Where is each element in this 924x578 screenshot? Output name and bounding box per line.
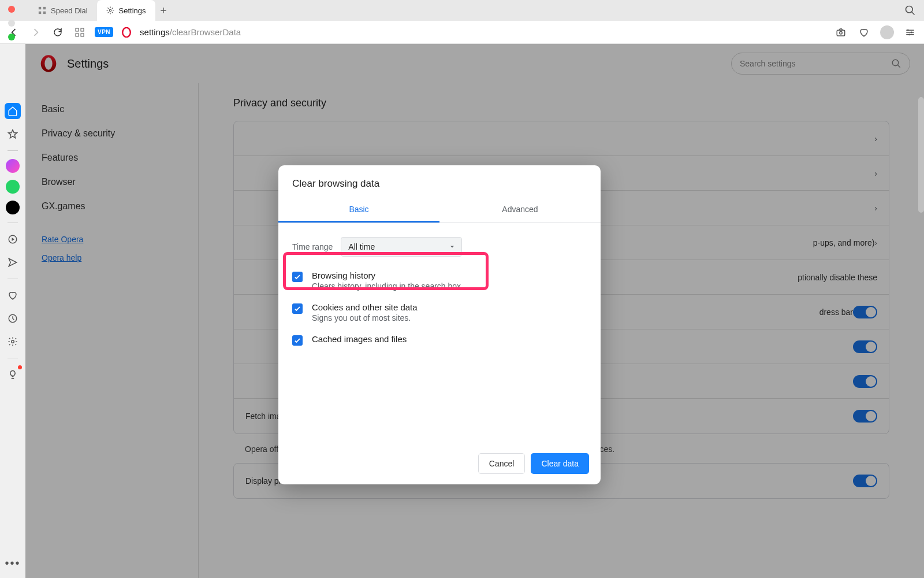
tiktok-icon[interactable]	[6, 201, 20, 214]
cancel-button[interactable]: Cancel	[478, 453, 526, 474]
history-clock-icon[interactable]	[5, 310, 21, 327]
svg-rect-0	[39, 7, 41, 9]
easy-setup-icon[interactable]	[903, 25, 917, 39]
vpn-badge[interactable]: VPN	[95, 27, 113, 37]
sidebar-separator	[8, 358, 18, 358]
time-range-select[interactable]: All time	[341, 237, 462, 257]
traffic-min[interactable]	[8, 20, 15, 27]
whatsapp-icon[interactable]	[6, 180, 20, 194]
option-cookies[interactable]: Cookies and other site data Signs you ou…	[292, 297, 587, 328]
svg-rect-3	[43, 12, 46, 14]
option-title: Browsing history	[312, 271, 461, 280]
snapshot-icon[interactable]	[834, 25, 848, 39]
messenger-icon[interactable]	[6, 159, 20, 173]
tab-advanced[interactable]: Advanced	[439, 198, 601, 223]
svg-point-5	[906, 6, 913, 13]
chevron-down-icon	[449, 243, 456, 250]
address-bar: VPN settings/clearBrowserData	[0, 21, 924, 44]
vertical-sidebar: •••	[0, 44, 25, 578]
heart-icon[interactable]	[857, 25, 871, 39]
url-host: settings	[140, 27, 170, 37]
svg-rect-8	[76, 34, 79, 36]
dialog-tabs: Basic Advanced	[278, 198, 601, 223]
bookmarks-star-icon[interactable]	[5, 126, 21, 142]
player-icon[interactable]	[5, 231, 21, 247]
svg-rect-6	[76, 28, 79, 31]
svg-point-10	[122, 27, 131, 37]
svg-point-4	[109, 9, 111, 12]
tab-basic[interactable]: Basic	[278, 198, 439, 223]
send-icon[interactable]	[5, 254, 21, 271]
forward-button[interactable]	[29, 25, 43, 39]
grid-icon	[38, 6, 46, 14]
reload-button[interactable]	[51, 25, 65, 39]
opera-icon	[121, 27, 132, 38]
svg-rect-1	[43, 7, 46, 9]
svg-rect-2	[39, 12, 41, 14]
tab-strip: Speed Dial Settings	[0, 0, 924, 21]
search-tabs-icon[interactable]	[904, 5, 916, 16]
option-desc: Signs you out of most sites.	[312, 313, 418, 323]
checkbox-checked[interactable]	[292, 272, 303, 282]
tab-settings[interactable]: Settings	[97, 0, 155, 21]
settings-content: Settings Search settings Basic Privacy &…	[25, 44, 924, 578]
svg-rect-7	[81, 28, 84, 31]
option-desc: Clears history, including in the search …	[312, 281, 461, 291]
option-cached[interactable]: Cached images and files	[292, 328, 587, 351]
svg-point-15	[908, 34, 910, 35]
speed-dial-icon[interactable]	[73, 25, 87, 39]
dialog-title: Clear browsing data	[278, 165, 601, 198]
svg-rect-11	[837, 30, 845, 36]
svg-point-14	[911, 31, 912, 33]
option-browsing-history[interactable]: Browsing history Clears history, includi…	[292, 265, 587, 297]
checkbox-checked[interactable]	[292, 303, 303, 314]
clear-data-button[interactable]: Clear data	[531, 453, 589, 474]
svg-rect-9	[81, 34, 84, 36]
scrollbar-thumb[interactable]	[918, 97, 924, 213]
sidebar-separator	[8, 223, 18, 223]
svg-point-13	[907, 29, 909, 31]
sidebar-more-icon[interactable]: •••	[5, 555, 21, 571]
traffic-close[interactable]	[8, 6, 15, 13]
new-tab-button[interactable]	[155, 2, 172, 18]
traffic-max[interactable]	[8, 34, 15, 40]
tab-label: Speed Dial	[51, 6, 88, 15]
checkbox-checked[interactable]	[292, 335, 303, 346]
gear-icon	[106, 6, 114, 14]
time-range-value: All time	[348, 242, 375, 251]
option-title: Cached images and files	[312, 334, 407, 344]
tab-speed-dial[interactable]: Speed Dial	[29, 0, 97, 21]
profile-avatar[interactable]	[880, 25, 894, 39]
tab-label: Settings	[119, 6, 146, 15]
sidebar-separator	[8, 150, 18, 151]
home-icon[interactable]	[5, 103, 21, 119]
pinboards-heart-icon[interactable]	[5, 287, 21, 303]
option-title: Cookies and other site data	[312, 302, 418, 312]
time-range-label: Time range	[292, 242, 333, 251]
clear-browsing-data-dialog: Clear browsing data Basic Advanced Time …	[278, 165, 601, 484]
svg-point-18	[12, 340, 14, 343]
settings-gear-icon[interactable]	[5, 334, 21, 350]
url-display[interactable]: settings/clearBrowserData	[140, 27, 241, 37]
sidebar-separator	[8, 279, 18, 279]
svg-point-12	[840, 31, 843, 34]
url-path: /clearBrowserData	[170, 27, 241, 37]
tip-icon[interactable]	[5, 366, 21, 383]
